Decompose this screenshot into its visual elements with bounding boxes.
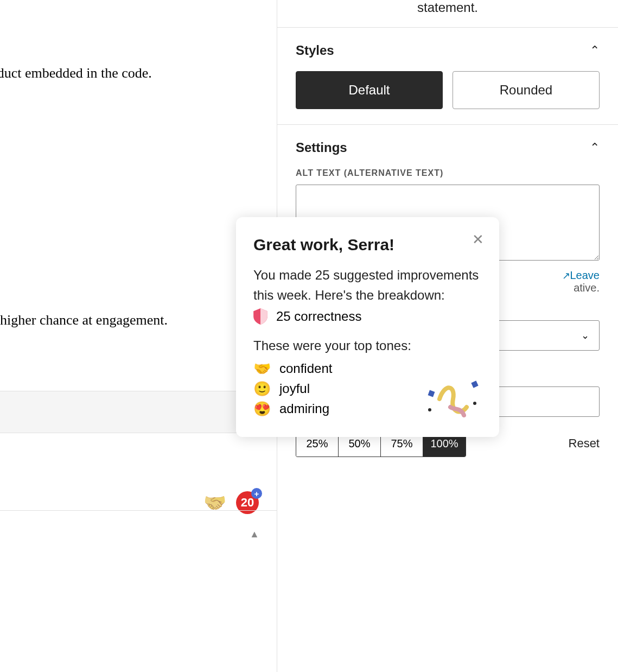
confetti-icon [423, 377, 483, 421]
svg-rect-1 [471, 381, 478, 388]
divider [0, 510, 277, 511]
doc-line-2: higher chance at engagement. [0, 312, 168, 328]
doc-line-1: product embedded in the code. [0, 65, 152, 81]
reset-button[interactable]: Reset [569, 436, 600, 451]
style-rounded-button[interactable]: Rounded [453, 71, 600, 109]
handshake-icon: 🤝 [253, 360, 271, 377]
correctness-line: 25 correctness [276, 309, 361, 324]
selection-bar [0, 391, 277, 433]
tone-joyful: joyful [279, 381, 310, 396]
tone-admiring: admiring [279, 401, 329, 416]
svg-rect-0 [428, 390, 435, 397]
styles-section: Styles ⌃ Default Rounded [277, 28, 618, 125]
styles-title: Styles [296, 43, 334, 58]
tones-intro: These were your top tones: [253, 335, 482, 356]
svg-point-3 [473, 402, 476, 405]
tone-confident: confident [279, 361, 332, 376]
document-area: product embedded in the code. higher cha… [0, 0, 277, 672]
caret-up-icon[interactable]: ▲ [250, 529, 259, 540]
alt-text-label: ALT TEXT (ALTERNATIVE TEXT) [296, 168, 600, 178]
popup-title: Great work, Serra! [253, 236, 482, 254]
settings-title: Settings [296, 140, 347, 155]
external-link-icon: ↗ [562, 270, 570, 281]
weekly-summary-popup: ✕ Great work, Serra! You made 25 suggest… [236, 217, 499, 437]
decorative-partial-text: ative. [574, 282, 600, 294]
popup-intro: You made 25 suggested improvements this … [253, 265, 482, 305]
heart-eyes-icon: 😍 [253, 401, 271, 417]
chevron-down-icon: ⌄ [581, 329, 589, 341]
reaction-count: 20 [241, 496, 254, 510]
close-icon[interactable]: ✕ [472, 231, 484, 248]
shield-icon [253, 308, 267, 325]
leave-link[interactable]: Leave [570, 269, 600, 281]
chevron-up-icon[interactable]: ⌃ [590, 141, 600, 155]
chevron-up-icon[interactable]: ⌃ [590, 43, 600, 58]
statement-fragment: statement. [277, 0, 618, 28]
plus-icon: + [251, 488, 262, 499]
style-default-button[interactable]: Default [296, 71, 443, 109]
svg-point-2 [428, 408, 431, 411]
smile-icon: 🙂 [253, 381, 271, 397]
